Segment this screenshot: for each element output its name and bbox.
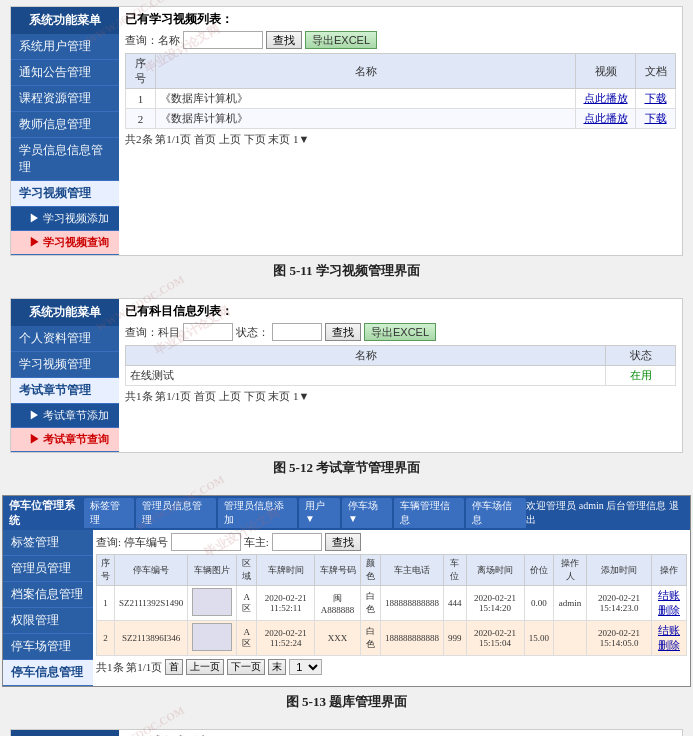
cell1-0-doc[interactable]: 下载 bbox=[636, 89, 676, 109]
table-row: 1 《数据库计算机》 点此播放 下载 bbox=[126, 89, 676, 109]
table-row: 在线测试 在用 bbox=[126, 366, 676, 386]
sidebar1-item-5[interactable]: 学习视频管理 bbox=[11, 181, 119, 207]
sys-tab-1[interactable]: 管理员信息管理 bbox=[136, 498, 215, 528]
table1: 序号 名称 视频 文档 1 《数据库计算机》 点此播放 下载 2 bbox=[125, 53, 676, 129]
fig-caption1: 图 5-11 学习视频管理界面 bbox=[0, 256, 693, 290]
sys-tab-5[interactable]: 车辆管理信息 bbox=[394, 498, 464, 528]
export1-btn[interactable]: 导出EXCEL bbox=[305, 31, 377, 49]
t3h2: 车辆图片 bbox=[188, 555, 237, 586]
search2-btn[interactable]: 查找 bbox=[325, 323, 361, 341]
table-row: 2 《数据库计算机》 点此播放 下载 bbox=[126, 109, 676, 129]
sys-bar-title: 停车位管理系统 bbox=[9, 498, 84, 528]
pg3-select[interactable]: 1 bbox=[289, 659, 322, 675]
sidebar1-item-0[interactable]: 系统用户管理 bbox=[11, 34, 119, 60]
cell2-0-status: 在用 bbox=[606, 366, 676, 386]
t3h4: 车牌时间 bbox=[257, 555, 315, 586]
sidebar2-item-4[interactable]: ▶ 考试章节查询 bbox=[11, 428, 119, 452]
search3-btn[interactable]: 查找 bbox=[325, 533, 361, 551]
panel4: 系统功能菜单 个人资料管理 学习视频管理 考试章节管理 题库管理 试卷管理 ▶ … bbox=[10, 729, 683, 736]
search1-input[interactable] bbox=[183, 31, 263, 49]
search2-input2[interactable] bbox=[272, 323, 322, 341]
main3: 查询: 停车编号 车主: 查找 序号 停车编号 车辆图片 区域 车牌时间 bbox=[93, 530, 690, 686]
pagination2: 共1条 第1/1页 首页 上页 下页 末页 1▼ bbox=[125, 389, 676, 404]
search-bar1: 查询：名称 查找 导出EXCEL bbox=[125, 31, 676, 49]
col1-h3: 文档 bbox=[636, 54, 676, 89]
table-row: 1 SZ2111392S1490 A区 2020-02-21 11:52:11 … bbox=[97, 586, 687, 621]
sys-tab-2[interactable]: 管理员信息添加 bbox=[218, 498, 297, 528]
sidebar1-item-1[interactable]: 通知公告管理 bbox=[11, 60, 119, 86]
panel1: 系统功能菜单 系统用户管理 通知公告管理 课程资源管理 教师信息管理 学员信息信… bbox=[10, 6, 683, 256]
sidebar1-title: 系统功能菜单 bbox=[11, 7, 119, 34]
pg3-prev[interactable]: 上一页 bbox=[186, 659, 224, 675]
sys-tab-6[interactable]: 停车场信息 bbox=[466, 498, 526, 528]
pg3-last[interactable]: 末 bbox=[268, 659, 286, 675]
t3h9: 离场时间 bbox=[466, 555, 524, 586]
cell2-0-name: 在线测试 bbox=[126, 366, 606, 386]
sidebar4-title: 系统功能菜单 bbox=[11, 730, 119, 736]
sys-bar-tabs: 标签管理 管理员信息管理 管理员信息添加 用户▼ 停车场▼ 车辆管理信息 停车场… bbox=[84, 498, 527, 528]
sys-tab-3[interactable]: 用户▼ bbox=[299, 498, 340, 528]
section1-wrapper: 系统功能菜单 系统用户管理 通知公告管理 课程资源管理 教师信息管理 学员信息信… bbox=[0, 0, 693, 292]
col1-h2: 视频 bbox=[576, 54, 636, 89]
search3-input1[interactable] bbox=[171, 533, 241, 551]
sidebar1-item-6[interactable]: ▶ 学习视频添加 bbox=[11, 207, 119, 231]
sidebar1-item-7[interactable]: ▶ 学习视频查询 bbox=[11, 231, 119, 255]
sidebar4: 系统功能菜单 个人资料管理 学习视频管理 考试章节管理 题库管理 试卷管理 ▶ … bbox=[11, 730, 119, 736]
pg3-next[interactable]: 下一页 bbox=[227, 659, 265, 675]
search3-label1: 查询: 停车编号 bbox=[96, 535, 168, 550]
cell1-1-doc[interactable]: 下载 bbox=[636, 109, 676, 129]
sb3-2[interactable]: 档案信息管理 bbox=[3, 582, 93, 608]
search-bar2: 查询：科目 状态： 查找 导出EXCEL bbox=[125, 323, 676, 341]
sidebar2-item-1[interactable]: 学习视频管理 bbox=[11, 352, 119, 378]
sb3-0[interactable]: 标签管理 bbox=[3, 530, 93, 556]
t3h7: 车主电话 bbox=[381, 555, 444, 586]
fig-caption2: 图 5-12 考试章节管理界面 bbox=[0, 453, 693, 487]
sidebar2-item-3[interactable]: ▶ 考试章节添加 bbox=[11, 404, 119, 428]
sb3-3[interactable]: 权限管理 bbox=[3, 608, 93, 634]
cell1-1-id: 2 bbox=[126, 109, 156, 129]
list2-title: 已有科目信息列表： bbox=[125, 303, 676, 320]
sidebar3: 标签管理 管理员管理 档案信息管理 权限管理 停车场管理 停车信息管理 bbox=[3, 530, 93, 686]
cell1-1-name: 《数据库计算机》 bbox=[156, 109, 576, 129]
sys-tab-4[interactable]: 停车场▼ bbox=[342, 498, 392, 528]
search3-label2: 车主: bbox=[244, 535, 269, 550]
sidebar1: 系统功能菜单 系统用户管理 通知公告管理 课程资源管理 教师信息管理 学员信息信… bbox=[11, 7, 119, 255]
search1-btn[interactable]: 查找 bbox=[266, 31, 302, 49]
t3h6: 颜色 bbox=[361, 555, 381, 586]
t3h11: 操作人 bbox=[553, 555, 586, 586]
sidebar1-item-2[interactable]: 课程资源管理 bbox=[11, 86, 119, 112]
t3h12: 添加时间 bbox=[587, 555, 652, 586]
sys-tab-0[interactable]: 标签管理 bbox=[84, 498, 135, 528]
sb3-1[interactable]: 管理员管理 bbox=[3, 556, 93, 582]
t3h5: 车牌号码 bbox=[315, 555, 361, 586]
cell1-0-name: 《数据库计算机》 bbox=[156, 89, 576, 109]
sidebar2: 系统功能菜单 个人资料管理 学习视频管理 考试章节管理 ▶ 考试章节添加 ▶ 考… bbox=[11, 299, 119, 452]
search-bar3: 查询: 停车编号 车主: 查找 bbox=[96, 533, 687, 551]
sidebar2-item-2[interactable]: 考试章节管理 bbox=[11, 378, 119, 404]
col2-h0: 名称 bbox=[126, 346, 606, 366]
cell1-0-video[interactable]: 点此播放 bbox=[576, 89, 636, 109]
export2-btn[interactable]: 导出EXCEL bbox=[364, 323, 436, 341]
table-row: 2 SZ2113896I346 A区 2020-02-21 11:52:24 X… bbox=[97, 621, 687, 656]
col1-h0: 序号 bbox=[126, 54, 156, 89]
pg3-first[interactable]: 首 bbox=[165, 659, 183, 675]
cell1-1-video[interactable]: 点此播放 bbox=[576, 109, 636, 129]
col1-h1: 名称 bbox=[156, 54, 576, 89]
panel3: 停车位管理系统 标签管理 管理员信息管理 管理员信息添加 用户▼ 停车场▼ 车辆… bbox=[2, 495, 691, 687]
sidebar1-item-4[interactable]: 学员信息信息管理 bbox=[11, 138, 119, 181]
sb3-4[interactable]: 停车场管理 bbox=[3, 634, 93, 660]
sidebar1-item-3[interactable]: 教师信息管理 bbox=[11, 112, 119, 138]
pagination1: 共2条 第1/1页 首页 上页 下页 末页 1▼ bbox=[125, 132, 676, 147]
search2-label2: 状态： bbox=[236, 325, 269, 340]
col2-h1: 状态 bbox=[606, 346, 676, 366]
main2: 已有科目信息列表： 查询：科目 状态： 查找 导出EXCEL 名称 状态 bbox=[119, 299, 682, 452]
main4: 已有试卷成列表： 查询：试卷编号 科目名称： 不限 开始日期： 结束日期： 添加… bbox=[119, 730, 682, 736]
sidebar2-item-0[interactable]: 个人资料管理 bbox=[11, 326, 119, 352]
sb3-5[interactable]: 停车信息管理 bbox=[3, 660, 93, 686]
t3h13: 操作 bbox=[652, 555, 687, 586]
search3-input2[interactable] bbox=[272, 533, 322, 551]
section2-wrapper: 系统功能菜单 个人资料管理 学习视频管理 考试章节管理 ▶ 考试章节添加 ▶ 考… bbox=[0, 292, 693, 489]
t3h1: 停车编号 bbox=[115, 555, 188, 586]
t3h8: 车位 bbox=[444, 555, 467, 586]
search2-input1[interactable] bbox=[183, 323, 233, 341]
